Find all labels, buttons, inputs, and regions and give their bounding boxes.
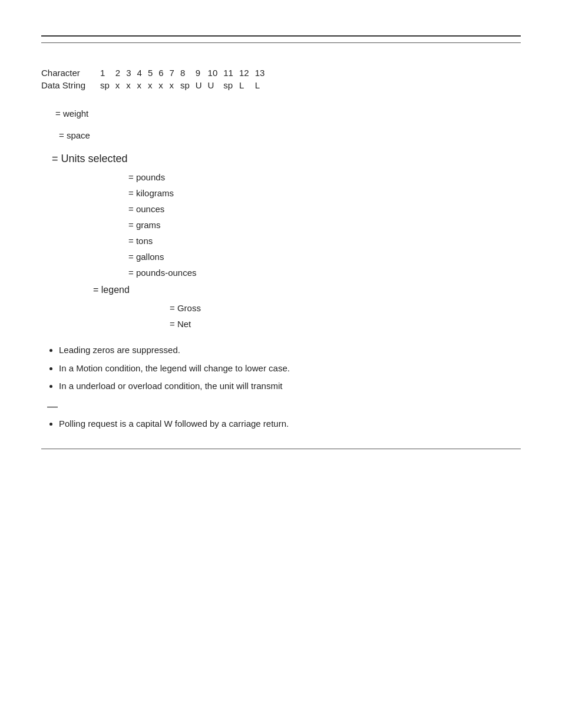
char-col-9: 9 — [196, 67, 208, 79]
list-item: In a Motion condition, the legend will c… — [59, 362, 521, 375]
page-container: Character 1 2 3 4 5 6 7 8 9 10 11 12 13 … — [0, 0, 562, 473]
char-label: Character — [41, 67, 100, 79]
char-col-10: 10 — [208, 67, 224, 79]
ds-col-12: L — [239, 79, 255, 91]
list-item: Polling request is a capital W followed … — [59, 417, 521, 431]
em-dash: — — [47, 400, 521, 413]
units-selected-section: = Units selected = pounds = kilograms = … — [47, 149, 521, 332]
table-row-datastring: Data String sp x x x x x x sp U U sp L L — [41, 79, 270, 91]
legend-options: = Gross = Net — [93, 300, 521, 332]
list-item: = pounds-ounces — [128, 265, 521, 281]
legend-label: = legend — [93, 285, 130, 295]
char-col-4: 4 — [137, 67, 148, 79]
ds-col-9: U — [196, 79, 208, 91]
ds-col-8: sp — [180, 79, 196, 91]
space-line: = space — [47, 127, 521, 143]
list-item: = Gross — [170, 300, 521, 316]
list-item: = pounds — [128, 169, 521, 185]
char-col-3: 3 — [126, 67, 137, 79]
bullet-section-2: Polling request is a capital W followed … — [41, 417, 521, 431]
bullet-list-1: Leading zeros are suppressed. In a Motio… — [41, 344, 521, 393]
char-col-6: 6 — [158, 67, 169, 79]
list-item: = tons — [128, 233, 521, 249]
ds-col-7: x — [170, 79, 180, 91]
list-item: Leading zeros are suppressed. — [59, 344, 521, 357]
ds-col-1: sp — [100, 79, 115, 91]
list-item: = Net — [170, 316, 521, 332]
list-item: In a underload or overload condition, th… — [59, 380, 521, 393]
character-table: Character 1 2 3 4 5 6 7 8 9 10 11 12 13 … — [41, 67, 521, 91]
ds-col-3: x — [126, 79, 137, 91]
datastring-label: Data String — [41, 79, 100, 91]
weight-label: = weight — [55, 108, 88, 118]
list-item: = kilograms — [128, 185, 521, 201]
char-col-13: 13 — [255, 67, 271, 79]
bullet-list-2: Polling request is a capital W followed … — [41, 417, 521, 431]
top-rule-2 — [41, 42, 521, 43]
char-col-8: 8 — [180, 67, 196, 79]
char-col-5: 5 — [148, 67, 158, 79]
space-label: = space — [59, 130, 90, 140]
char-col-12: 12 — [239, 67, 255, 79]
bottom-rule — [41, 449, 521, 449]
char-col-1: 1 — [100, 67, 115, 79]
top-rule-1 — [41, 35, 521, 37]
bullet-section-1: Leading zeros are suppressed. In a Motio… — [41, 344, 521, 393]
ds-col-13: L — [255, 79, 271, 91]
char-col-2: 2 — [115, 67, 126, 79]
ds-col-6: x — [158, 79, 169, 91]
em-dash-line: — — [41, 400, 521, 413]
table-row-character: Character 1 2 3 4 5 6 7 8 9 10 11 12 13 — [41, 67, 270, 79]
list-item: = gallons — [128, 249, 521, 265]
ds-col-11: sp — [223, 79, 239, 91]
list-item: = grams — [128, 217, 521, 233]
units-options: = pounds = kilograms = ounces = grams = … — [52, 169, 521, 281]
ds-col-4: x — [137, 79, 148, 91]
weight-line: = weight — [47, 106, 521, 121]
char-col-7: 7 — [170, 67, 180, 79]
ds-col-5: x — [148, 79, 158, 91]
units-selected-label: = Units selected — [52, 153, 128, 164]
list-item: = ounces — [128, 201, 521, 217]
legend-section: = weight = space = Units selected = poun… — [41, 106, 521, 332]
legend-subsection: = legend = Gross = Net — [52, 282, 521, 332]
ds-col-10: U — [208, 79, 224, 91]
char-col-11: 11 — [223, 67, 239, 79]
ds-col-2: x — [115, 79, 126, 91]
